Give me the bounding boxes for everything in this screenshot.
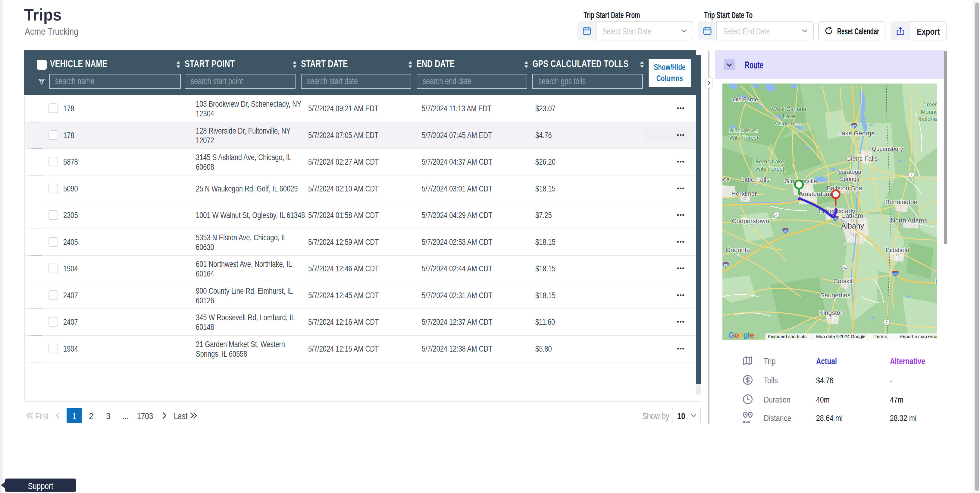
svg-text:West Canada: West Canada xyxy=(772,106,807,112)
svg-text:88: 88 xyxy=(784,230,787,233)
svg-text:90: 90 xyxy=(894,272,897,276)
svg-text:Terms: Terms xyxy=(875,334,887,339)
svg-text:G: G xyxy=(729,330,735,340)
svg-text:Kingston: Kingston xyxy=(819,309,844,316)
svg-text:9W: 9W xyxy=(842,266,847,270)
svg-text:Albany: Albany xyxy=(841,222,864,230)
svg-text:Queensbury: Queensbury xyxy=(872,146,903,152)
svg-text:g: g xyxy=(743,330,748,340)
svg-text:o: o xyxy=(734,330,739,340)
svg-text:N: N xyxy=(935,278,937,285)
svg-text:Saratoga: Saratoga xyxy=(838,169,861,175)
svg-text:87: 87 xyxy=(852,124,856,128)
svg-text:Wilderness: Wilderness xyxy=(775,120,803,127)
svg-text:7: 7 xyxy=(910,174,912,177)
svg-text:Lake: Lake xyxy=(783,113,795,120)
svg-text:Wild Forest: Wild Forest xyxy=(755,166,784,172)
svg-text:Lake George: Lake George xyxy=(838,130,875,137)
svg-text:Oneonta: Oneonta xyxy=(726,246,750,253)
svg-text:Glens Falls: Glens Falls xyxy=(846,155,878,162)
svg-text:Cooperstown: Cooperstown xyxy=(732,217,769,224)
svg-text:Black River: Black River xyxy=(729,127,759,134)
svg-text:Report a map error: Report a map error xyxy=(900,334,937,339)
svg-text:88: 88 xyxy=(724,263,727,267)
svg-text:Mounta: Mounta xyxy=(921,108,937,115)
svg-text:National F: National F xyxy=(917,116,937,122)
svg-text:Pittsfield: Pittsfield xyxy=(885,246,909,253)
svg-text:o: o xyxy=(739,330,743,340)
svg-text:Bennington: Bennington xyxy=(885,198,917,205)
svg-text:Ballston Spa: Ballston Spa xyxy=(827,185,862,191)
svg-text:Amsterdam: Amsterdam xyxy=(799,190,831,197)
svg-text:Old Forge: Old Forge xyxy=(733,96,758,102)
svg-text:7: 7 xyxy=(886,321,888,324)
svg-text:Green: Green xyxy=(923,101,937,108)
svg-text:North Adams: North Adams xyxy=(891,217,927,224)
svg-text:Ferris Lake: Ferris Lake xyxy=(755,158,784,164)
svg-text:ca: ca xyxy=(723,176,730,183)
svg-text:Little Falls: Little Falls xyxy=(741,176,770,183)
svg-text:Herkimer: Herkimer xyxy=(731,190,757,197)
svg-text:Wild Forest: Wild Forest xyxy=(729,134,759,141)
svg-text:Map data ©2024 Google: Map data ©2024 Google xyxy=(816,334,865,339)
svg-text:Saugerties: Saugerties xyxy=(820,292,850,298)
svg-text:Catskill: Catskill xyxy=(833,278,854,284)
svg-text:20: 20 xyxy=(775,214,778,217)
svg-text:e: e xyxy=(750,330,754,340)
svg-text:Springs: Springs xyxy=(840,176,859,182)
svg-text:Keyboard shortcuts: Keyboard shortcuts xyxy=(768,334,807,339)
